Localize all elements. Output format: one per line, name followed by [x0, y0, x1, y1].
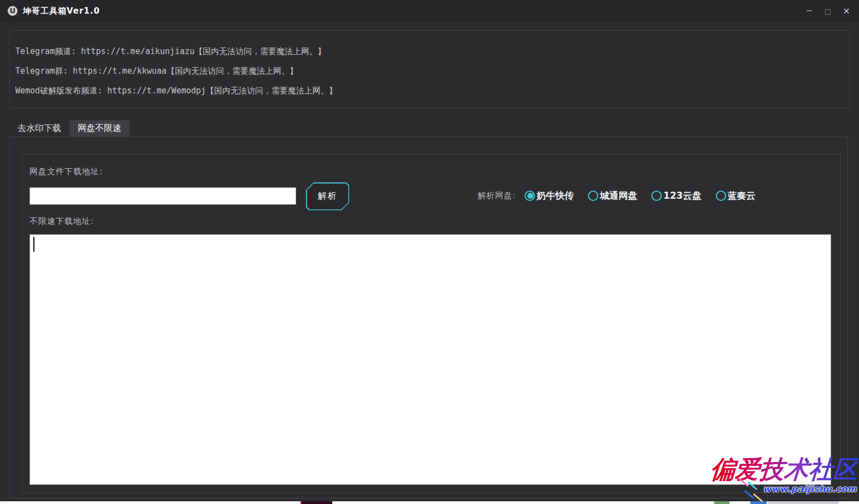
- parse-button[interactable]: 解析: [306, 182, 349, 210]
- radio-icon: [588, 191, 598, 201]
- radio-icon: [716, 191, 726, 201]
- parse-button-label: 解析: [307, 183, 349, 210]
- netdisk-group-box: 网盘文件下载地址: 解析 解析网盘: 奶牛快传 城通网盘: [22, 154, 841, 493]
- close-button[interactable]: ✕: [837, 0, 856, 22]
- radio-label: 蓝奏云: [728, 189, 756, 202]
- result-textarea[interactable]: [30, 234, 831, 485]
- screen: U 坤哥工具箱Ver1.0 ─ □ ✕ Telegram频道: https://…: [0, 0, 859, 504]
- app-icon: U: [8, 6, 17, 16]
- radio-chengtong[interactable]: 城通网盘: [588, 189, 637, 202]
- taskbar-item: [750, 501, 767, 504]
- provider-radio-group: 解析网盘: 奶牛快传 城通网盘 123云盘: [478, 188, 770, 203]
- radio-label: 123云盘: [663, 189, 702, 202]
- text-caret: [33, 237, 34, 252]
- app-window: U 坤哥工具箱Ver1.0 ─ □ ✕ Telegram频道: https://…: [0, 0, 859, 501]
- radio-icon: [525, 191, 535, 201]
- radio-label: 奶牛快传: [537, 189, 574, 202]
- taskbar-item: [714, 501, 729, 504]
- tab-remove-watermark[interactable]: 去水印下载: [9, 120, 69, 137]
- taskbar-peek: [0, 501, 859, 504]
- url-label: 网盘文件下载地址:: [30, 167, 103, 177]
- radio-123pan[interactable]: 123云盘: [651, 189, 702, 202]
- radio-icon: [651, 191, 662, 201]
- minimize-button[interactable]: ─: [800, 0, 819, 22]
- tab-content-panel: 网盘文件下载地址: 解析 解析网盘: 奶牛快传 城通网盘: [9, 137, 848, 499]
- provider-group-label: 解析网盘:: [478, 191, 516, 201]
- radio-cowtransfer[interactable]: 奶牛快传: [525, 189, 574, 202]
- radio-lanzou[interactable]: 蓝奏云: [716, 189, 756, 202]
- announcement-line: Telegram频道: https://t.me/aikunjiazu【国内无法…: [15, 41, 849, 61]
- tab-netdisk-unlimited[interactable]: 网盘不限速: [69, 120, 130, 137]
- announcement-line: Wemod破解版发布频道: https://t.me/Wemodpj【国内无法访…: [15, 81, 849, 100]
- announcement-panel: Telegram频道: https://t.me/aikunjiazu【国内无法…: [9, 30, 850, 108]
- taskbar-item: [768, 501, 839, 504]
- titlebar: U 坤哥工具箱Ver1.0 ─ □ ✕: [0, 0, 859, 22]
- tabstrip: 去水印下载 网盘不限速: [9, 120, 130, 137]
- maximize-button[interactable]: □: [819, 0, 837, 22]
- window-controls: ─ □ ✕: [800, 0, 859, 22]
- url-input[interactable]: [30, 187, 296, 205]
- taskbar-item: [301, 501, 332, 504]
- window-title: 坤哥工具箱Ver1.0: [23, 6, 100, 16]
- result-label: 不限速下载地址:: [30, 216, 94, 227]
- radio-label: 城通网盘: [600, 189, 637, 202]
- announcement-line: Telegram群: https://t.me/kkwuaa【国内无法访问，需要…: [15, 61, 849, 81]
